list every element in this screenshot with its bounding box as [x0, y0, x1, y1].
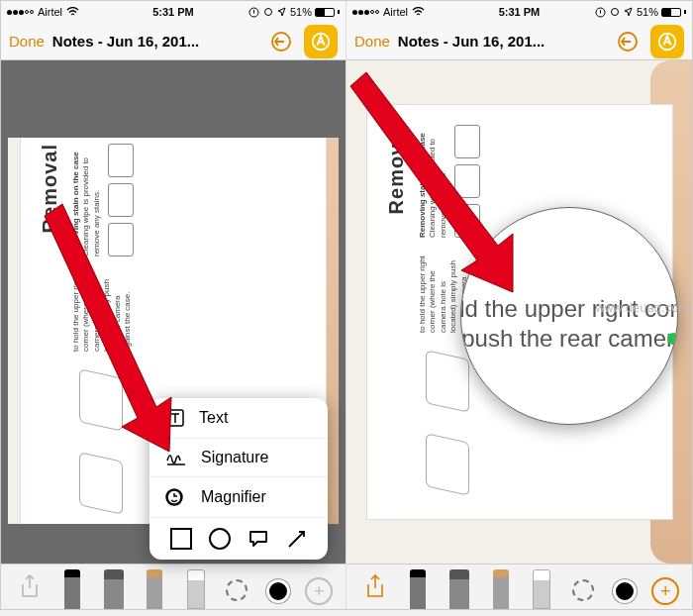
menu-item-magnifier[interactable]: Magnifier — [149, 477, 328, 518]
alarm-icon — [263, 7, 273, 17]
shape-circle[interactable] — [209, 528, 231, 550]
location-icon — [624, 7, 633, 17]
doc-illustration-rects — [108, 144, 134, 257]
battery-icon — [661, 8, 681, 17]
menu-item-signature-label: Signature — [201, 449, 269, 466]
text-icon — [165, 408, 185, 428]
crop-overlay-top — [1, 60, 346, 138]
clock: 5:31 PM — [152, 6, 194, 18]
page-title: Notes - Jun 16, 201... — [52, 33, 258, 50]
share-button[interactable] — [14, 565, 46, 609]
clock: 5:31 PM — [499, 6, 541, 18]
doc-illustration-hand-1 — [418, 430, 477, 499]
signal-icon — [352, 10, 379, 15]
add-menu-popup: Text Signature Magnifier — [149, 398, 328, 560]
page-title: Notes - Jun 16, 201... — [398, 33, 605, 50]
status-bar: Airtel 5:31 PM 51% — [346, 1, 692, 23]
menu-item-magnifier-label: Magnifier — [201, 488, 266, 506]
doc-subheading: Removing stain on the case — [71, 152, 80, 257]
doc-illustration-rects — [454, 125, 480, 238]
watermark: www.deuaq.com — [595, 301, 689, 315]
status-bar: Airtel 5:31 PM 51% — [1, 1, 346, 23]
tool-lasso[interactable] — [569, 569, 597, 609]
screenshot-left: Airtel 5:31 PM 51% Done Notes - Jun 16, … — [1, 1, 346, 609]
share-button[interactable] — [359, 565, 391, 609]
add-shape-button[interactable]: + — [305, 569, 333, 609]
markup-button[interactable] — [304, 25, 338, 58]
menu-item-signature[interactable]: Signature — [149, 439, 328, 477]
tool-pencil[interactable] — [141, 569, 168, 609]
location-icon — [277, 7, 286, 17]
menu-item-text[interactable]: Text — [149, 398, 328, 439]
color-picker[interactable] — [611, 569, 639, 609]
tool-eraser[interactable] — [182, 569, 210, 609]
doc-subheading: Removing stain on the case — [418, 133, 427, 238]
svg-point-5 — [166, 489, 182, 505]
magnifier-loupe[interactable]: old the upper right corne y push the rea… — [460, 207, 678, 425]
battery-percent: 51% — [290, 6, 312, 18]
tool-brush[interactable] — [58, 569, 86, 609]
orientation-lock-icon — [595, 7, 606, 18]
battery-percent: 51% — [637, 6, 658, 18]
done-button[interactable]: Done — [9, 33, 45, 50]
loupe-line2: y push the rear camera a — [460, 325, 678, 352]
doc-heading: Removal — [385, 125, 408, 499]
tool-eraser[interactable] — [528, 569, 555, 609]
color-picker[interactable] — [264, 569, 292, 609]
nav-bar: Done Notes - Jun 16, 201... — [346, 23, 692, 60]
undo-button[interactable] — [266, 27, 296, 56]
wifi-icon — [412, 7, 425, 17]
tool-pencil[interactable] — [487, 569, 515, 609]
doc-illustration-hand-1 — [71, 449, 131, 518]
doc-instruction-text: to hold the upper right corner (where th… — [71, 270, 133, 352]
battery-icon — [315, 8, 335, 17]
shape-square[interactable] — [170, 528, 192, 550]
tool-marker[interactable] — [446, 569, 473, 609]
nav-bar: Done Notes - Jun 16, 201... — [1, 23, 346, 60]
done-button[interactable]: Done — [354, 33, 390, 50]
wifi-icon — [66, 7, 79, 17]
shape-arrow[interactable] — [286, 528, 308, 550]
undo-button[interactable] — [613, 27, 643, 56]
tool-lasso[interactable] — [223, 569, 250, 609]
markup-button[interactable] — [650, 25, 684, 58]
menu-item-text-label: Text — [199, 409, 228, 427]
doc-subbody: Cleaning wipe is provided to remove any … — [81, 157, 100, 257]
doc-illustration-hand-2 — [71, 365, 131, 435]
markup-toolbar: + — [346, 564, 692, 609]
tool-marker[interactable] — [100, 569, 128, 609]
signature-icon — [165, 449, 187, 466]
alarm-icon — [610, 7, 620, 17]
doc-subbody: Cleaning wipe is provided to remove any … — [428, 139, 446, 238]
svg-point-7 — [611, 9, 618, 16]
signal-icon — [7, 10, 34, 15]
svg-point-1 — [264, 9, 271, 16]
markup-toolbar: + — [1, 564, 346, 609]
doc-heading: Removal — [39, 144, 61, 518]
shape-speech-bubble[interactable] — [248, 528, 269, 550]
magnifier-icon — [165, 487, 187, 507]
shape-row — [149, 518, 328, 560]
add-shape-button[interactable]: + — [651, 569, 679, 609]
carrier-label: Airtel — [383, 6, 408, 18]
carrier-label: Airtel — [38, 6, 62, 18]
tool-brush[interactable] — [404, 569, 432, 609]
orientation-lock-icon — [248, 7, 259, 18]
